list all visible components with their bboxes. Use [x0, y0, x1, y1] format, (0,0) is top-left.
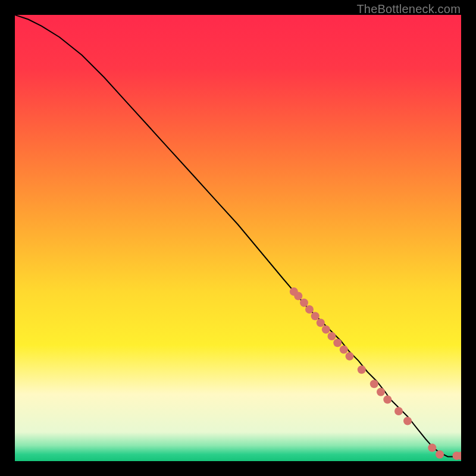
curve-marker — [317, 319, 325, 327]
curve-marker — [340, 346, 348, 354]
watermark-text: TheBottleneck.com — [356, 2, 461, 16]
plot-area — [15, 15, 461, 461]
curve-markers-group — [290, 287, 461, 460]
curve-marker — [322, 325, 330, 334]
curve-marker — [436, 450, 444, 459]
curve-marker — [403, 417, 412, 425]
curve-marker — [394, 407, 403, 415]
curve-marker — [305, 305, 314, 314]
chart-overlay-svg — [15, 15, 461, 461]
curve-marker — [358, 365, 366, 374]
curve-marker — [428, 444, 436, 452]
curve-marker — [333, 339, 342, 347]
curve-marker — [346, 352, 354, 361]
curve-marker — [328, 332, 336, 340]
curve-marker — [377, 388, 385, 396]
chart-root: TheBottleneck.com — [0, 0, 476, 476]
curve-marker — [383, 396, 392, 404]
bottleneck-curve-line — [15, 15, 461, 457]
curve-marker — [370, 380, 378, 388]
curve-marker — [294, 292, 302, 300]
curve-marker — [311, 312, 320, 320]
curve-marker — [300, 299, 308, 307]
